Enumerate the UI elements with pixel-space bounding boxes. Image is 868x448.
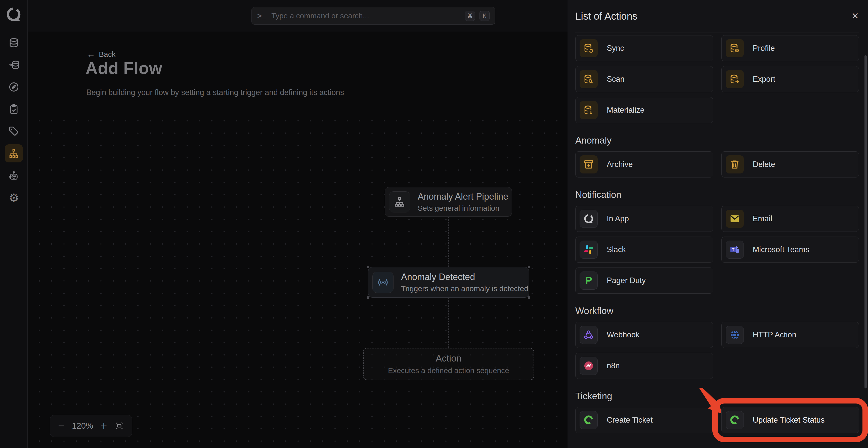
sidebar-item-tasks-icon[interactable] (7, 102, 21, 116)
actions-panel: List of Actions ✕ Sync (567, 0, 868, 448)
webhook-icon (580, 326, 598, 344)
back-arrow-icon: ← (87, 49, 95, 59)
sidebar-item-settings-icon[interactable]: ⚙ (7, 191, 21, 205)
action-label: HTTP Action (753, 330, 796, 340)
action-label: Materialize (607, 105, 645, 115)
zoom-level: 120% (72, 421, 93, 431)
ticket-logo-icon (726, 411, 744, 429)
action-sync[interactable]: Sync (575, 35, 713, 61)
database-sync-icon (580, 39, 598, 57)
app-logo-icon[interactable] (5, 6, 22, 23)
database-export-icon (726, 70, 744, 88)
sidebar-item-explore-icon[interactable] (7, 80, 21, 94)
action-materialize[interactable]: Materialize (575, 97, 713, 123)
flow-hierarchy-icon (389, 191, 410, 213)
page-title: Add Flow (86, 58, 162, 78)
action-archive[interactable]: Archive (575, 151, 713, 178)
node-description: Executes a defined action sequence (388, 366, 509, 375)
action-slack[interactable]: Slack (575, 236, 713, 263)
sidebar-item-ingest-icon[interactable] (7, 58, 21, 72)
app-logo-icon (580, 210, 598, 228)
gear-icon: ⚙ (8, 192, 19, 204)
action-create-ticket[interactable]: Create Ticket (575, 407, 713, 433)
action-label: Export (753, 75, 775, 84)
selection-handle[interactable] (528, 296, 530, 299)
ticket-logo-icon (580, 411, 598, 429)
selection-handle[interactable] (367, 296, 369, 299)
action-grid: Archive Delete (575, 151, 859, 178)
database-profile-icon (726, 39, 744, 57)
slack-logo-icon (580, 241, 598, 259)
action-label: n8n (607, 361, 620, 370)
archive-box-icon (580, 155, 598, 173)
back-button[interactable]: ← Back (87, 49, 116, 59)
action-label: In App (607, 214, 629, 223)
page-subtitle: Begin building your flow by setting a st… (86, 88, 344, 97)
teams-logo-icon: T (726, 241, 744, 259)
selection-handle[interactable] (367, 266, 369, 268)
action-n8n[interactable]: n8n (575, 353, 713, 379)
pagerduty-logo-icon: P (580, 271, 598, 290)
app-window: >_ ⌘ K (0, 0, 868, 448)
command-search[interactable]: >_ ⌘ K (251, 7, 495, 25)
fit-screen-icon (115, 421, 124, 431)
zoom-in-button[interactable]: + (100, 420, 107, 432)
section-title-anomaly: Anomaly (575, 135, 859, 146)
database-materialize-icon (580, 101, 598, 119)
action-in-app[interactable]: In App (575, 206, 713, 232)
panel-scrollbar[interactable] (865, 55, 867, 388)
action-label: Email (753, 214, 772, 223)
action-grid: Webhook HTTP Action (575, 322, 859, 379)
sidebar-item-tags-icon[interactable] (7, 124, 21, 138)
close-icon[interactable]: ✕ (851, 11, 859, 21)
connector-line (448, 298, 448, 348)
fit-view-button[interactable] (115, 421, 124, 431)
zoom-out-button[interactable]: − (58, 420, 65, 432)
action-webhook[interactable]: Webhook (575, 322, 713, 348)
action-export[interactable]: Export (721, 66, 859, 92)
action-label: Slack (607, 245, 626, 254)
sidebar-item-data-icon[interactable] (7, 36, 21, 50)
action-email[interactable]: Email (721, 206, 859, 232)
sidebar-item-flows-icon[interactable] (5, 144, 23, 162)
selection-handle[interactable] (528, 266, 530, 268)
action-http[interactable]: HTTP Action (721, 322, 859, 348)
annotation-arrow-icon (694, 388, 725, 416)
node-description: Triggers when an anomaly is detected (401, 284, 528, 293)
action-label: Archive (607, 160, 633, 169)
action-grid: Sync Profile Scan (575, 35, 859, 123)
panel-header: List of Actions ✕ (575, 0, 859, 32)
action-microsoft-teams[interactable]: T Microsoft Teams (721, 236, 859, 263)
back-label: Back (99, 50, 116, 59)
flow-node-pipeline[interactable]: Anomaly Alert Pipeline Sets general info… (385, 187, 512, 217)
terminal-prompt-icon: >_ (257, 11, 267, 20)
zoom-toolbar: − 120% + (50, 415, 132, 437)
action-label: Profile (753, 44, 775, 53)
node-title: Action (436, 353, 462, 364)
cmd-key-badge: ⌘ (465, 11, 475, 21)
node-description: Sets general information (417, 204, 508, 213)
action-profile[interactable]: Profile (721, 35, 859, 61)
section-title-workflow: Workflow (575, 306, 859, 316)
database-scan-icon (580, 70, 598, 88)
search-input[interactable] (271, 11, 460, 20)
flow-node-trigger[interactable]: Anomaly Detected Triggers when an anomal… (368, 267, 529, 298)
envelope-icon (726, 210, 744, 228)
action-scan[interactable]: Scan (575, 66, 713, 92)
action-delete[interactable]: Delete (721, 151, 859, 178)
node-title: Anomaly Alert Pipeline (417, 191, 508, 202)
svg-text:T: T (732, 247, 735, 252)
node-title: Anomaly Detected (401, 272, 528, 282)
action-label: Sync (607, 44, 624, 53)
k-key-badge: K (479, 11, 490, 21)
flow-node-action-placeholder[interactable]: Action Executes a defined action sequenc… (363, 348, 534, 380)
action-pager-duty[interactable]: P Pager Duty (575, 267, 713, 294)
action-label: Microsoft Teams (753, 245, 809, 254)
action-update-ticket-status[interactable]: Update Ticket Status (721, 407, 859, 433)
radio-waves-icon (372, 272, 394, 293)
action-label: Webhook (607, 330, 640, 340)
panel-title: List of Actions (575, 10, 638, 22)
action-label: Pager Duty (607, 276, 646, 285)
action-label: Scan (607, 75, 625, 84)
sidebar-item-assistant-icon[interactable] (7, 169, 21, 183)
